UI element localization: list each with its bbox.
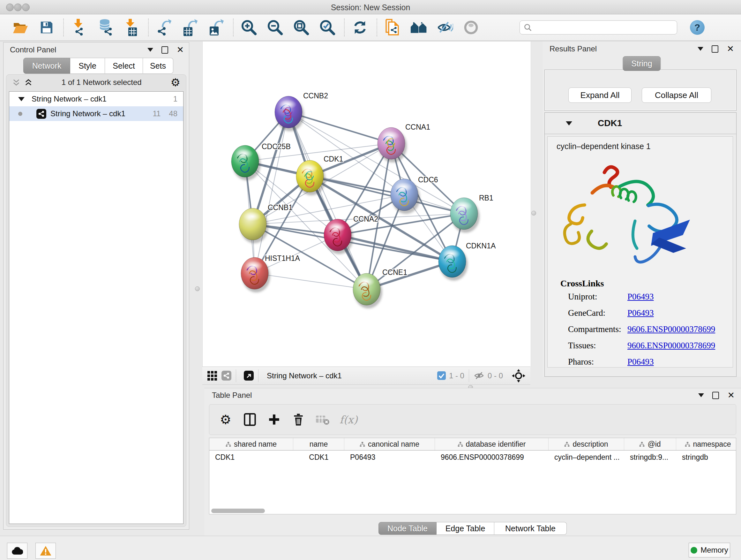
zoom-selected-icon[interactable] bbox=[319, 18, 336, 37]
column-header-canonical-name[interactable]: canonical name bbox=[344, 438, 435, 450]
crosslink-link[interactable]: P06493 bbox=[627, 357, 654, 367]
tab-edge-table[interactable]: Edge Table bbox=[436, 522, 494, 535]
network-edge-CCNA2-CDKN1A[interactable] bbox=[338, 235, 452, 261]
tab-sets[interactable]: Sets bbox=[143, 58, 173, 74]
export-image-icon[interactable] bbox=[208, 18, 225, 37]
crosslink-label: Uniprot: bbox=[568, 292, 627, 302]
help-button[interactable]: ? bbox=[690, 20, 704, 35]
splitter-handle-left[interactable] bbox=[195, 287, 200, 291]
home-icon[interactable] bbox=[410, 18, 427, 37]
panel-menu-icon[interactable] bbox=[147, 48, 153, 52]
splitter-handle-right[interactable] bbox=[531, 211, 536, 215]
warnings-button[interactable] bbox=[36, 543, 56, 559]
network-canvas[interactable]: CCNB2CCNA1CDC25BCDK1CDC6RB1CCNB1CCNA2CDK… bbox=[202, 42, 531, 367]
table-row[interactable]: CDK1CDK1P064939606.ENSP00000378699cyclin… bbox=[209, 450, 736, 464]
crosslink-link[interactable]: P06493 bbox=[627, 308, 654, 318]
import-network-file-icon[interactable] bbox=[71, 18, 87, 37]
open-in-browser-icon[interactable] bbox=[384, 18, 401, 37]
network-node-CCNB2[interactable] bbox=[275, 96, 304, 131]
hide-unselected-icon[interactable] bbox=[436, 18, 453, 37]
create-column-icon[interactable] bbox=[267, 412, 281, 427]
network-node-CDK1[interactable] bbox=[296, 160, 326, 195]
save-session-icon[interactable] bbox=[38, 18, 55, 37]
network-node-HIST1H1A[interactable] bbox=[241, 257, 270, 293]
delete-column-icon[interactable] bbox=[291, 412, 306, 427]
collapse-all-networks-icon[interactable] bbox=[12, 78, 20, 86]
network-node-CDC6[interactable] bbox=[391, 179, 420, 214]
import-network-database-icon[interactable] bbox=[97, 18, 114, 37]
panel-float-icon[interactable] bbox=[161, 46, 168, 54]
hidden-eye-icon[interactable] bbox=[474, 371, 484, 380]
import-table-file-icon[interactable] bbox=[123, 18, 140, 37]
column-header-name[interactable]: name bbox=[293, 438, 344, 450]
collapse-all-button[interactable]: Collapse All bbox=[642, 87, 711, 103]
memory-button[interactable]: Memory bbox=[689, 543, 730, 557]
tab-select[interactable]: Select bbox=[105, 58, 143, 74]
network-edge-HIST1H1A-CCNE1[interactable] bbox=[255, 273, 367, 289]
zoom-fit-icon[interactable] bbox=[293, 18, 310, 37]
network-node-CDC25B[interactable] bbox=[231, 145, 261, 180]
string-view-icon[interactable] bbox=[221, 371, 231, 381]
table-cell[interactable]: 9606.ENSP00000378699 bbox=[435, 450, 549, 464]
protein-card-header[interactable]: CDK1 bbox=[545, 113, 736, 134]
crosslink-link[interactable]: 9606.ENSP00000378699 bbox=[627, 324, 715, 334]
tab-node-table[interactable]: Node Table bbox=[379, 522, 436, 535]
tab-string[interactable]: String bbox=[623, 56, 661, 71]
column-header-database-identifier[interactable]: database identifier bbox=[435, 438, 549, 450]
open-session-icon[interactable] bbox=[12, 18, 29, 37]
column-source-icon bbox=[639, 442, 645, 447]
panel-close-icon[interactable]: ✕ bbox=[177, 46, 184, 54]
panel-menu-icon[interactable] bbox=[698, 393, 704, 397]
export-table-icon[interactable] bbox=[182, 18, 199, 37]
panel-float-icon[interactable] bbox=[712, 45, 718, 53]
column-header--id[interactable]: @id bbox=[624, 438, 676, 450]
table-cell[interactable]: stringdb bbox=[676, 450, 736, 464]
cloud-status-button[interactable] bbox=[7, 543, 27, 559]
search-input[interactable] bbox=[535, 21, 677, 34]
table-cell[interactable]: CDK1 bbox=[293, 450, 344, 464]
network-node-CCNE1[interactable] bbox=[353, 273, 382, 308]
column-header-namespace[interactable]: namespace bbox=[676, 438, 736, 450]
network-options-gear-icon[interactable]: ⚙ bbox=[171, 76, 180, 89]
refresh-icon[interactable] bbox=[352, 18, 368, 37]
table-cell[interactable]: stringdb:9... bbox=[624, 450, 676, 464]
export-network-icon[interactable] bbox=[156, 18, 172, 37]
table-cell[interactable]: CDK1 bbox=[209, 450, 293, 464]
tab-style[interactable]: Style bbox=[70, 58, 105, 74]
show-all-icon[interactable] bbox=[463, 18, 479, 37]
tab-network-table[interactable]: Network Table bbox=[494, 522, 567, 535]
fit-crosshair-icon[interactable] bbox=[512, 369, 525, 382]
zoom-out-icon[interactable] bbox=[267, 18, 283, 37]
show-columns-icon[interactable] bbox=[243, 412, 257, 427]
network-edge-CCNB2-HIST1H1A[interactable] bbox=[255, 112, 288, 273]
birds-eye-view-icon[interactable] bbox=[207, 371, 217, 381]
network-node-RB1[interactable] bbox=[450, 198, 480, 233]
expand-all-button[interactable]: Expand All bbox=[568, 87, 631, 103]
panel-close-icon[interactable]: ✕ bbox=[727, 45, 734, 53]
collapse-triangle-icon[interactable] bbox=[566, 121, 572, 125]
table-horizontal-scrollbar[interactable] bbox=[211, 509, 265, 513]
crosslink-link[interactable]: P06493 bbox=[627, 292, 654, 302]
panel-menu-icon[interactable] bbox=[697, 47, 703, 51]
selected-checkbox-icon[interactable] bbox=[437, 371, 446, 380]
table-options-gear-icon[interactable]: ⚙ bbox=[218, 412, 233, 427]
search-box[interactable] bbox=[520, 20, 677, 35]
network-edge-CDK1-RB1[interactable] bbox=[310, 176, 464, 213]
network-node-CDKN1A[interactable] bbox=[439, 246, 468, 281]
network-collection-row[interactable]: String Network – cdk1 1 bbox=[9, 91, 183, 106]
collapse-triangle-icon[interactable] bbox=[18, 97, 24, 101]
panel-float-icon[interactable] bbox=[712, 392, 719, 399]
zoom-in-icon[interactable] bbox=[241, 18, 257, 37]
tab-network[interactable]: Network bbox=[23, 58, 70, 74]
network-edge-CCNB2-CCNE1[interactable] bbox=[288, 112, 367, 289]
table-cell[interactable]: P06493 bbox=[344, 450, 435, 464]
network-node-CCNA1[interactable] bbox=[378, 127, 407, 163]
column-header-description[interactable]: description bbox=[549, 438, 624, 450]
crosslink-link[interactable]: 9606.ENSP00000378699 bbox=[627, 341, 715, 351]
expand-all-networks-icon[interactable] bbox=[24, 78, 32, 86]
detach-view-icon[interactable] bbox=[244, 371, 254, 381]
network-row[interactable]: String Network – cdk1 11 48 bbox=[9, 106, 183, 121]
table-cell[interactable]: cyclin–dependent ... bbox=[549, 450, 624, 464]
panel-close-icon[interactable]: ✕ bbox=[727, 391, 735, 400]
column-header-shared-name[interactable]: shared name bbox=[209, 438, 293, 450]
